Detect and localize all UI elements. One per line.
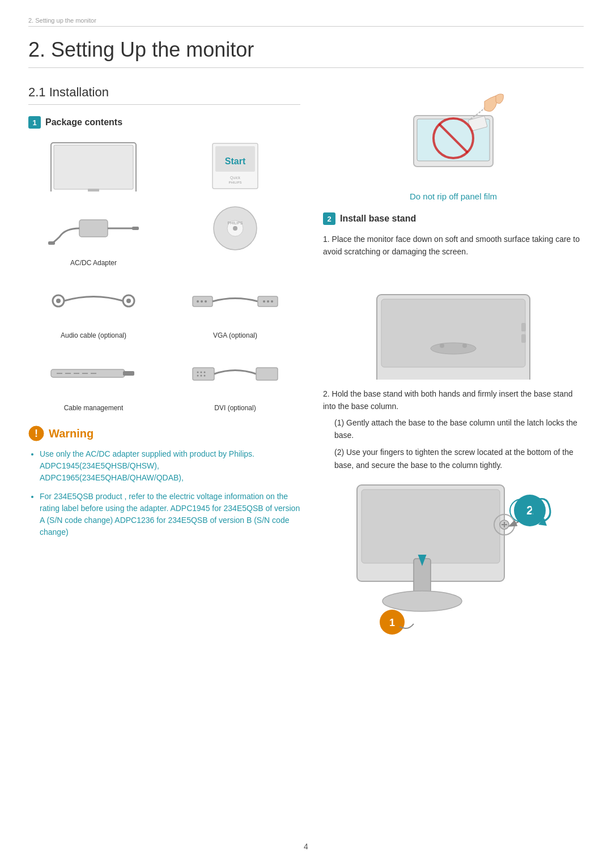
svg-point-39 [204,372,206,373]
svg-point-40 [197,375,199,377]
svg-rect-29 [123,371,134,376]
svg-text:Quick: Quick [230,176,240,180]
svg-rect-59 [414,559,431,593]
vga-caption: VGA (optional) [213,331,257,339]
svg-point-27 [271,300,273,303]
svg-point-26 [267,300,269,303]
panel-film-illustration-area [323,93,584,184]
package-grid: Start Quick PHILIPS [28,138,300,412]
package-item-quickstart: Start Quick PHILIPS [170,138,300,194]
svg-rect-11 [132,227,139,230]
svg-point-42 [204,375,206,377]
svg-rect-58 [362,490,500,563]
sub-steps: (1) Gently attach the base to the base c… [334,416,584,472]
disc-image: PHILIPS [190,200,280,257]
svg-point-60 [382,591,462,611]
acdc-image [48,200,139,257]
package-item-acdc: AC/DC Adapter [28,200,159,267]
svg-point-24 [205,300,207,303]
right-column: Do not rip off panel film 2 Install base… [323,85,584,646]
do-not-text: Do not rip off panel film [323,192,584,201]
warning-block: ! Warning Use only the AC/DC adapter sup… [28,426,300,538]
base-stand-assembly-area: 2 [323,479,584,638]
install-step-1: 1. Place the monitor face down on soft a… [323,233,584,258]
dvi-image [190,345,280,402]
monitor-image [48,138,139,194]
audio-caption: Audio cable (optional) [61,331,126,339]
svg-text:!: ! [35,428,38,439]
svg-text:PHILIPS: PHILIPS [228,181,241,184]
acdc-caption: AC/DC Adapter [70,259,117,267]
sub-step-1: (1) Gently attach the base to the base c… [334,416,584,442]
panel-film-illustration [397,93,510,184]
svg-point-14 [233,226,237,231]
svg-rect-10 [48,241,55,245]
svg-rect-36 [256,368,278,380]
package-item-vga: VGA (optional) [170,273,300,339]
svg-text:Start: Start [225,156,246,166]
svg-point-22 [197,300,199,303]
svg-rect-1 [54,145,133,189]
vga-image [190,273,280,329]
cable-mgmt-image [48,345,139,402]
two-column-layout: 2.1 Installation 1 Package contents [28,85,584,646]
audio-image [48,273,139,329]
quickstart-image: Start Quick PHILIPS [190,138,280,194]
svg-text:1: 1 [389,617,395,628]
svg-point-56 [462,343,467,348]
section-21-heading: 2.1 Installation [28,85,300,105]
svg-point-55 [440,343,444,348]
svg-point-37 [197,372,199,373]
warning-item-2: For 234E5QSB product , refer to the elec… [40,491,300,538]
base-stand-assembly-illustration: 2 [346,479,561,638]
monitor-facedown-illustration [354,266,552,380]
svg-rect-53 [521,323,526,331]
svg-point-17 [56,299,61,303]
svg-rect-54 [521,334,526,343]
left-column: 2.1 Installation 1 Package contents [28,85,300,646]
cable-mgmt-caption: Cable management [64,404,124,412]
svg-point-25 [263,300,265,303]
svg-point-52 [431,343,476,354]
page-number: 4 [304,842,308,851]
step1-label: 1 Package contents [28,116,300,129]
svg-point-19 [126,299,131,303]
sub-step-2: (2) Use your fingers to tighten the scre… [334,446,584,471]
warning-item-1: Use only the AC/DC adapter supplied with… [40,448,300,484]
package-item-audio: Audio cable (optional) [28,273,159,339]
package-item-cable-mgmt: Cable management [28,345,159,412]
warning-icon: ! [28,426,44,441]
warning-title: ! Warning [28,426,300,441]
step2-label: 2 Install base stand [323,212,584,225]
page: 2. Setting up the monitor 2. Setting Up … [0,0,612,868]
svg-text:PHILIPS: PHILIPS [228,221,243,225]
svg-rect-35 [193,368,214,380]
steps-list: 1. Place the monitor face down on soft a… [323,233,584,638]
dvi-caption: DVI (optional) [214,404,256,412]
svg-point-41 [201,375,202,377]
install-step-2: 2. Hold the base stand with both hands a… [323,388,584,471]
step1-badge: 1 [28,116,41,129]
svg-rect-9 [79,220,108,237]
package-item-disc: PHILIPS [170,200,300,267]
svg-rect-2 [88,189,99,192]
page-title: 2. Setting Up the monitor [28,38,584,68]
breadcrumb: 2. Setting up the monitor [28,17,584,27]
svg-rect-51 [381,299,525,367]
svg-point-38 [201,372,202,373]
step2-badge: 2 [323,212,335,225]
package-item-dvi: DVI (optional) [170,345,300,412]
monitor-facedown-illustration-area [323,266,584,380]
svg-point-23 [201,300,203,303]
warning-list: Use only the AC/DC adapter supplied with… [28,448,300,538]
package-item-monitor [28,138,159,194]
